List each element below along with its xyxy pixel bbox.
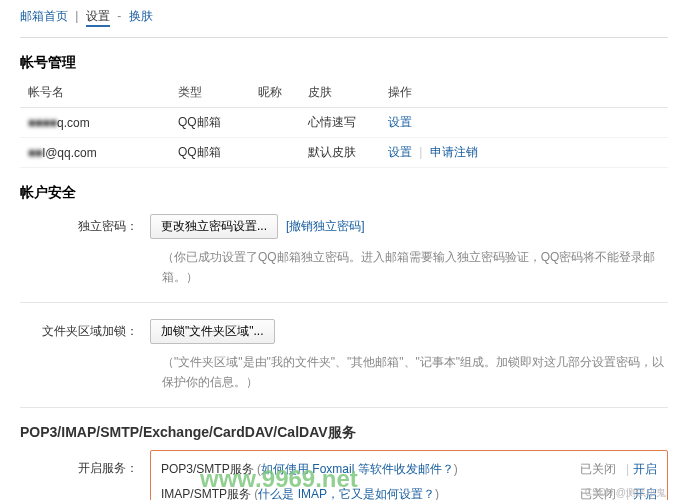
table-row: ■■l@qq.com QQ邮箱 默认皮肤 设置 | 申请注销 xyxy=(20,138,668,168)
lock-section: 文件夹区域加锁： 加锁"文件夹区域"... （"文件夹区域"是由"我的文件夹"、… xyxy=(0,303,688,407)
service-status: 已关闭 xyxy=(580,461,616,478)
th-name: 帐号名 xyxy=(20,78,170,108)
account-type: QQ邮箱 xyxy=(170,138,250,168)
service-main: IMAP/SMTP服务 (什么是 IMAP，它又是如何设置？) xyxy=(161,486,580,500)
service-name: IMAP/SMTP服务 xyxy=(161,487,251,500)
op-settings-link[interactable]: 设置 xyxy=(388,145,412,159)
enable-label: 开启服务： xyxy=(20,450,150,500)
lock-row: 文件夹区域加锁： 加锁"文件夹区域"... xyxy=(20,313,668,348)
account-ops: 设置 | 申请注销 xyxy=(380,138,668,168)
account-title: 帐号管理 xyxy=(20,54,668,72)
revoke-pwd-link[interactable]: [撤销独立密码] xyxy=(286,218,365,235)
nav-skin[interactable]: 换肤 xyxy=(129,9,153,23)
service-help-link[interactable]: 什么是 IMAP，它又是如何设置？ xyxy=(258,487,435,500)
account-ops: 设置 xyxy=(380,108,668,138)
op-deregister-link[interactable]: 申请注销 xyxy=(430,145,478,159)
nav-mail-home[interactable]: 邮箱首页 xyxy=(20,9,68,23)
op-sep: | xyxy=(419,145,422,159)
pwd-label: 独立密码： xyxy=(20,218,150,235)
lock-hint: （"文件夹区域"是由"我的文件夹"、"其他邮箱"、"记事本"组成。加锁即对这几部… xyxy=(20,348,668,407)
op-settings-link[interactable]: 设置 xyxy=(388,115,412,129)
security-section: 帐户安全 独立密码： 更改独立密码设置... [撤销独立密码] （你已成功设置了… xyxy=(0,168,688,302)
nav-dash: - xyxy=(117,9,121,23)
account-type: QQ邮箱 xyxy=(170,108,250,138)
pwd-hint: （你已成功设置了QQ邮箱独立密码。进入邮箱需要输入独立密码验证，QQ密码将不能登… xyxy=(20,243,668,302)
account-skin: 心情速写 xyxy=(300,108,380,138)
th-op: 操作 xyxy=(380,78,668,108)
service-open-link[interactable]: 开启 xyxy=(633,461,657,478)
service-name: POP3/SMTP服务 xyxy=(161,462,254,476)
account-name: ■■■■q.com xyxy=(20,108,170,138)
th-type: 类型 xyxy=(170,78,250,108)
service-row: POP3/SMTP服务 (如何使用 Foxmail 等软件收发邮件？) 已关闭 … xyxy=(161,457,657,482)
service-help-link[interactable]: 如何使用 Foxmail 等软件收发邮件？ xyxy=(261,462,454,476)
th-skin: 皮肤 xyxy=(300,78,380,108)
lock-folder-button[interactable]: 加锁"文件夹区域"... xyxy=(150,319,275,344)
account-skin: 默认皮肤 xyxy=(300,138,380,168)
csdn-credit: CSDN @测试小鬼 xyxy=(585,486,666,500)
account-nick xyxy=(250,108,300,138)
table-row: ■■■■q.com QQ邮箱 心情速写 设置 xyxy=(20,108,668,138)
security-title: 帐户安全 xyxy=(20,184,668,202)
service-row: IMAP/SMTP服务 (什么是 IMAP，它又是如何设置？) 已关闭 | 开启 xyxy=(161,482,657,500)
account-name: ■■l@qq.com xyxy=(20,138,170,168)
nav-sep: | xyxy=(75,9,78,23)
change-pwd-button[interactable]: 更改独立密码设置... xyxy=(150,214,278,239)
nav-settings[interactable]: 设置 xyxy=(86,9,110,27)
status-sep: | xyxy=(626,462,629,476)
th-nick: 昵称 xyxy=(250,78,300,108)
lock-label: 文件夹区域加锁： xyxy=(20,323,150,340)
top-nav: 邮箱首页 | 设置 - 换肤 xyxy=(0,0,688,33)
pwd-row: 独立密码： 更改独立密码设置... [撤销独立密码] xyxy=(20,208,668,243)
account-nick xyxy=(250,138,300,168)
account-table: 帐号名 类型 昵称 皮肤 操作 ■■■■q.com QQ邮箱 心情速写 设置 ■… xyxy=(20,78,668,168)
services-title: POP3/IMAP/SMTP/Exchange/CardDAV/CalDAV服务 xyxy=(0,408,688,450)
account-section: 帐号管理 帐号名 类型 昵称 皮肤 操作 ■■■■q.com QQ邮箱 心情速写… xyxy=(0,38,688,168)
service-main: POP3/SMTP服务 (如何使用 Foxmail 等软件收发邮件？) xyxy=(161,461,580,478)
